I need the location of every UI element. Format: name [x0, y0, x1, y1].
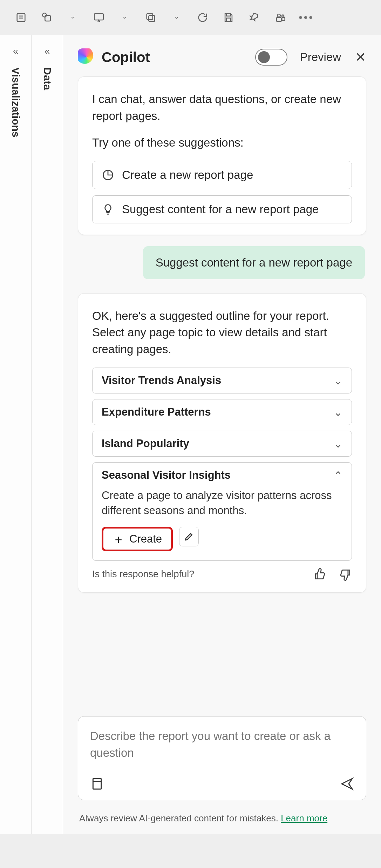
svg-rect-6: [149, 15, 155, 21]
sidebar-visualizations[interactable]: « Visualizations: [0, 35, 32, 834]
chat-input[interactable]: Describe the report you want to create o…: [78, 716, 366, 800]
outline-preamble: OK, here's a suggested outline for your …: [92, 308, 352, 358]
plus-icon: ＋: [113, 533, 124, 545]
copy-icon[interactable]: [40, 11, 54, 25]
copilot-logo-icon: [78, 48, 95, 66]
collapse-icon[interactable]: «: [45, 46, 50, 57]
svg-point-10: [278, 14, 281, 17]
footer-note: Always review AI-generated content for m…: [78, 809, 366, 834]
chevron-down-icon[interactable]: [66, 11, 80, 25]
svg-rect-15: [93, 779, 101, 789]
chevron-down-icon[interactable]: [170, 11, 184, 25]
pane-title: Copilot: [102, 49, 249, 65]
topic-title: Expenditure Patterns: [102, 406, 211, 418]
save-icon[interactable]: [222, 11, 236, 25]
svg-rect-0: [17, 14, 25, 22]
send-icon[interactable]: [340, 777, 354, 791]
input-placeholder: Describe the report you want to create o…: [90, 728, 354, 761]
present-icon[interactable]: [92, 11, 106, 25]
panel-icon[interactable]: [14, 11, 28, 25]
top-toolbar: •••: [0, 0, 381, 35]
refresh-icon[interactable]: [196, 11, 210, 25]
feedback-row: Is this response helpful?: [92, 568, 352, 581]
chevron-up-icon: ⌃: [334, 469, 342, 482]
teams-icon[interactable]: [273, 11, 287, 25]
chevron-down-icon: ⌄: [334, 375, 342, 387]
preview-toggle[interactable]: [255, 49, 287, 66]
chevron-down-icon[interactable]: [118, 11, 132, 25]
pane-header: Copilot Preview ✕: [78, 35, 366, 76]
suggestion-label: Create a new report page: [122, 168, 253, 182]
topic-title: Island Popularity: [102, 437, 189, 450]
create-button[interactable]: ＋ Create: [102, 527, 173, 551]
user-message: Suggest content for a new report page: [143, 246, 365, 279]
svg-rect-8: [226, 14, 230, 16]
close-icon[interactable]: ✕: [355, 51, 366, 64]
copilot-pane: Copilot Preview ✕ I can chat, answer dat…: [63, 35, 381, 834]
suggestion-suggest-content[interactable]: Suggest content for a new report page: [92, 195, 352, 223]
svg-point-4: [42, 13, 46, 17]
outline-card: OK, here's a suggested outline for your …: [78, 293, 366, 593]
svg-rect-9: [226, 18, 230, 21]
pin-icon[interactable]: [247, 11, 261, 25]
suggestion-create-page[interactable]: Create a new report page: [92, 161, 352, 189]
footer-text: Always review AI-generated content for m…: [79, 813, 281, 823]
svg-rect-13: [282, 18, 285, 21]
thumbs-up-icon[interactable]: [313, 568, 327, 581]
topic-island-popularity[interactable]: Island Popularity ⌄: [92, 431, 352, 457]
svg-point-11: [282, 15, 284, 17]
intro-prompt: Try one of these suggestions:: [92, 134, 352, 151]
intro-card: I can chat, answer data questions, or cr…: [78, 76, 366, 235]
sidebar-label: Visualizations: [10, 67, 22, 137]
sidebar-data[interactable]: « Data: [32, 35, 63, 834]
more-icon[interactable]: •••: [299, 11, 313, 25]
lightbulb-icon: [102, 203, 114, 216]
preview-label: Preview: [300, 51, 341, 64]
thumbs-down-icon[interactable]: [339, 568, 352, 581]
sidebar-label: Data: [41, 67, 53, 90]
duplicate-icon[interactable]: [144, 11, 158, 25]
intro-greeting: I can chat, answer data questions, or cr…: [92, 91, 352, 125]
report-page-icon[interactable]: [90, 777, 104, 791]
topic-description: Create a page to analyze visitor pattern…: [93, 488, 352, 527]
create-button-label: Create: [129, 533, 162, 545]
feedback-prompt: Is this response helpful?: [92, 569, 194, 580]
topic-expenditure[interactable]: Expenditure Patterns ⌄: [92, 399, 352, 425]
topic-title: Seasonal Visitor Insights: [102, 469, 231, 482]
topic-visitor-trends[interactable]: Visitor Trends Analysis ⌄: [92, 368, 352, 393]
svg-rect-12: [277, 18, 281, 21]
chevron-down-icon: ⌄: [334, 406, 342, 418]
chevron-down-icon: ⌄: [334, 438, 342, 450]
svg-rect-7: [147, 14, 153, 20]
topic-seasonal-insights[interactable]: Seasonal Visitor Insights ⌃ Create a pag…: [92, 462, 352, 561]
learn-more-link[interactable]: Learn more: [281, 813, 327, 823]
edit-button[interactable]: [179, 527, 199, 546]
collapse-icon[interactable]: «: [13, 46, 19, 57]
suggestion-label: Suggest content for a new report page: [122, 203, 319, 216]
pencil-icon: [184, 531, 194, 542]
pie-chart-icon: [102, 169, 114, 181]
topic-title: Visitor Trends Analysis: [102, 374, 221, 387]
